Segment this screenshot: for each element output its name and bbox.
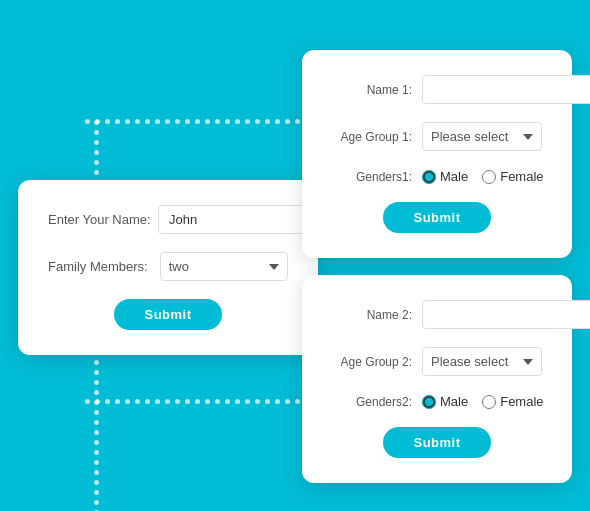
- name-label: Enter Your Name:: [48, 212, 158, 227]
- rt-gender-male-option[interactable]: Male: [422, 169, 468, 184]
- rb-name-input[interactable]: [422, 300, 590, 329]
- rt-name-input[interactable]: [422, 75, 590, 104]
- rb-gender-male-option[interactable]: Male: [422, 394, 468, 409]
- family-row: Family Members: one two three four: [48, 252, 288, 281]
- rb-gender-male-radio[interactable]: [422, 395, 436, 409]
- rt-gender-label: Genders1:: [332, 170, 422, 184]
- left-submit-button[interactable]: Submit: [114, 299, 221, 330]
- rb-submit-button[interactable]: Submit: [383, 427, 490, 458]
- family-label: Family Members:: [48, 259, 160, 274]
- rb-gender-male-label: Male: [440, 394, 468, 409]
- rb-gender-label: Genders2:: [332, 395, 422, 409]
- name-row: Enter Your Name:: [48, 205, 288, 234]
- rb-gender-female-option[interactable]: Female: [482, 394, 543, 409]
- rt-gender-female-radio[interactable]: [482, 170, 496, 184]
- rt-gender-male-radio[interactable]: [422, 170, 436, 184]
- rt-gender-female-option[interactable]: Female: [482, 169, 543, 184]
- rb-name-label: Name 2:: [332, 308, 422, 322]
- rt-age-select[interactable]: Please select: [422, 122, 542, 151]
- rt-gender-female-label: Female: [500, 169, 543, 184]
- rb-name-row: Name 2:: [332, 300, 542, 329]
- rt-gender-group: Male Female: [422, 169, 544, 184]
- rt-name-label: Name 1:: [332, 83, 422, 97]
- rt-name-row: Name 1:: [332, 75, 542, 104]
- rb-age-select[interactable]: Please select: [422, 347, 542, 376]
- rb-gender-group: Male Female: [422, 394, 544, 409]
- rt-age-label: Age Group 1:: [332, 130, 422, 144]
- rb-gender-female-label: Female: [500, 394, 543, 409]
- rt-submit-button[interactable]: Submit: [383, 202, 490, 233]
- rt-gender-male-label: Male: [440, 169, 468, 184]
- rb-age-row: Age Group 2: Please select: [332, 347, 542, 376]
- rb-gender-female-radio[interactable]: [482, 395, 496, 409]
- left-form-card: Enter Your Name: Family Members: one two…: [18, 180, 318, 355]
- family-select[interactable]: one two three four: [160, 252, 288, 281]
- rt-age-row: Age Group 1: Please select: [332, 122, 542, 151]
- right-bottom-form-card: Name 2: Age Group 2: Please select Gende…: [302, 275, 572, 483]
- rb-gender-row: Genders2: Male Female: [332, 394, 542, 409]
- rt-gender-row: Genders1: Male Female: [332, 169, 542, 184]
- right-top-form-card: Name 1: Age Group 1: Please select Gende…: [302, 50, 572, 258]
- rb-age-label: Age Group 2:: [332, 355, 422, 369]
